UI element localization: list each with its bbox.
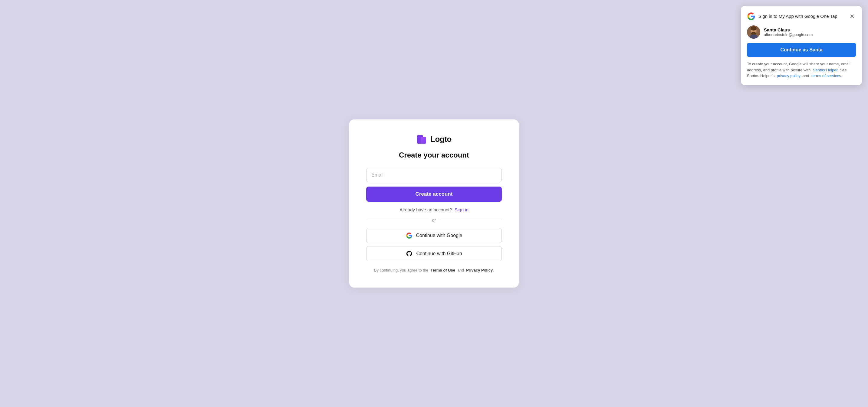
user-avatar — [747, 25, 760, 39]
continue-with-github-button[interactable]: Continue with GitHub — [366, 246, 502, 261]
one-tap-app-link[interactable]: Santas Helper — [813, 68, 838, 72]
divider-line-left — [366, 220, 429, 220]
card-title: Create your account — [399, 151, 469, 159]
google-one-tap-popup: Sign in to My App with Google One Tap ✕ — [741, 6, 862, 85]
privacy-policy-link[interactable]: Privacy Policy — [466, 268, 493, 272]
user-email: albert.einstein@google.com — [764, 32, 813, 37]
divider: or — [366, 218, 502, 223]
one-tap-close-button[interactable]: ✕ — [848, 12, 856, 21]
svg-point-5 — [751, 26, 756, 31]
signup-card: Logto Create your account Create account… — [349, 120, 519, 288]
google-button-label: Continue with Google — [416, 233, 462, 238]
svg-rect-2 — [421, 137, 426, 144]
github-button-label: Continue with GitHub — [416, 251, 462, 257]
signin-link[interactable]: Sign in — [455, 207, 468, 212]
google-logo-icon — [747, 12, 755, 21]
user-name: Santa Claus — [764, 27, 813, 32]
page-background: Logto Create your account Create account… — [0, 0, 868, 407]
one-tap-tos-link[interactable]: terms of services — [811, 73, 841, 78]
user-info: Santa Claus albert.einstein@google.com — [764, 27, 813, 37]
one-tap-title: Sign in to My App with Google One Tap — [758, 13, 837, 19]
logo-area: Logto — [416, 134, 452, 145]
one-tap-privacy-link[interactable]: privacy policy — [777, 73, 801, 78]
logto-logo-icon — [416, 134, 427, 145]
one-tap-user-info: Santa Claus albert.einstein@google.com — [747, 25, 856, 39]
divider-text: or — [432, 218, 436, 223]
email-input[interactable] — [366, 168, 502, 182]
one-tap-header: Sign in to My App with Google One Tap ✕ — [747, 12, 856, 21]
logo-text: Logto — [430, 135, 452, 144]
signin-text: Already have an account? Sign in — [400, 207, 468, 212]
terms-text: By continuing, you agree to the Terms of… — [374, 267, 494, 273]
google-icon — [406, 232, 412, 239]
terms-of-use-link[interactable]: Terms of Use — [431, 268, 455, 272]
divider-line-right — [439, 220, 502, 220]
continue-with-google-button[interactable]: Continue with Google — [366, 228, 502, 243]
create-account-button[interactable]: Create account — [366, 186, 502, 202]
one-tap-footer: To create your account, Google will shar… — [747, 61, 856, 79]
github-icon — [406, 250, 412, 257]
one-tap-title-area: Sign in to My App with Google One Tap — [747, 12, 837, 21]
continue-as-santa-button[interactable]: Continue as Santa — [747, 43, 856, 57]
